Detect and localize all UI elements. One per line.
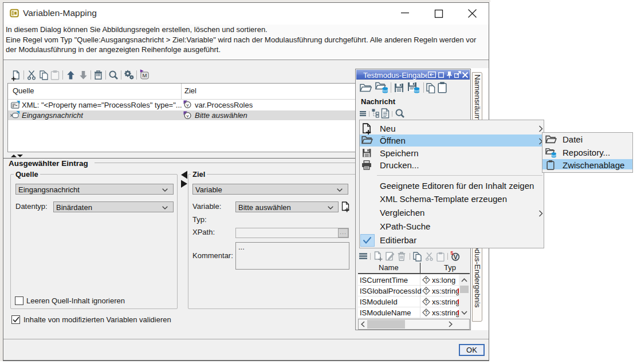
svg-text:5: 5 [451, 251, 454, 256]
svg-text:V: V [454, 254, 458, 260]
svg-text:T: T [424, 299, 427, 304]
svg-text:M: M [143, 72, 147, 78]
svg-text:v: v [187, 102, 189, 108]
svg-text:v: v [187, 113, 189, 118]
svg-text:T: T [424, 288, 427, 294]
svg-text:T: T [424, 277, 427, 283]
svg-text:T: T [424, 310, 427, 315]
